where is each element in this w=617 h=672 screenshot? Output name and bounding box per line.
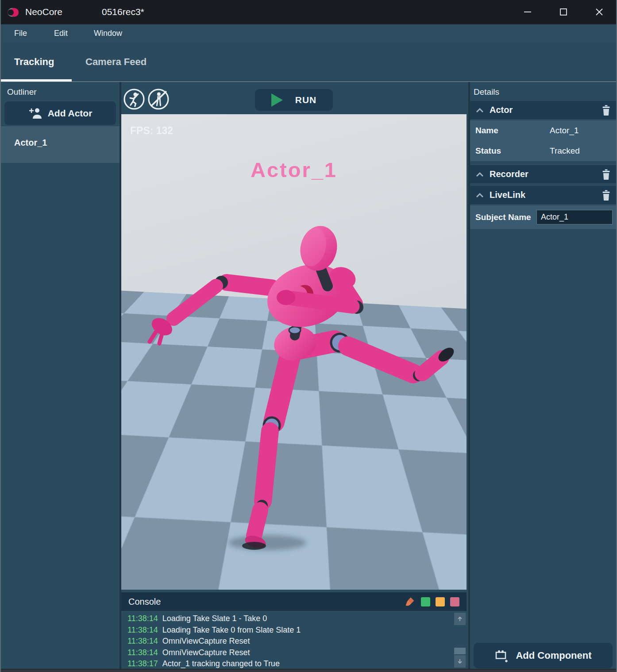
subject-name-input[interactable] (536, 210, 613, 224)
trash-icon (602, 105, 611, 116)
active-tab-underline (1, 79, 72, 81)
tab-tracking-label: Tracking (14, 56, 54, 68)
add-component-button[interactable]: Add Component (474, 643, 613, 668)
section-actor-title: Actor (490, 105, 513, 115)
console-log-entry: 11:38:17 Actor_1 tracking changed to Tru… (127, 658, 449, 669)
console-filter-warning[interactable] (436, 597, 445, 606)
property-row-name: Name Actor_1 (470, 120, 616, 141)
property-value: Tracked (550, 146, 580, 156)
menu-window[interactable]: Window (91, 24, 125, 42)
viewport-toolbar: RUN (121, 82, 467, 114)
run-label: RUN (295, 95, 317, 105)
delete-actor-component-button[interactable] (602, 105, 611, 116)
section-recorder-header: Recorder (470, 165, 616, 183)
console-log-entry: 11:38:14 OmniViewCapture Reset (127, 636, 449, 647)
minimize-button[interactable] (517, 3, 538, 21)
details-title: Details (474, 87, 499, 97)
console-filter-error[interactable] (450, 597, 459, 606)
log-time: 11:38:14 (127, 636, 158, 647)
hide-video-toggle[interactable] (147, 88, 170, 110)
add-actor-button[interactable]: Add Actor (4, 101, 116, 125)
log-message: Loading Take Slate 1 - Take 0 (162, 613, 267, 625)
tab-camera-feed[interactable]: Camera Feed (83, 42, 149, 81)
outliner-title: Outliner (7, 87, 37, 97)
console-header: Console (121, 592, 467, 611)
console-filter-info[interactable] (421, 597, 430, 606)
details-panel: Details Actor Name Actor_1 Status (470, 82, 616, 669)
add-actor-label: Add Actor (48, 108, 93, 119)
actor-properties: Name Actor_1 Status Tracked (470, 120, 616, 161)
tab-camera-feed-label: Camera Feed (85, 56, 147, 68)
console-panel: Console 11:38:14 Loading Take Slate 1 - … (121, 592, 467, 669)
title-bar: NeoCore 0516rec3* (1, 0, 616, 24)
log-message: OmniViewCapture Reset (162, 636, 250, 647)
property-row-status: Status Tracked (470, 141, 616, 161)
trash-icon (602, 190, 611, 201)
neocore-logo-icon (7, 6, 20, 19)
maximize-icon (559, 7, 568, 17)
outliner-panel: Outliner Add Actor Actor_1 (1, 82, 120, 669)
scroll-up-button[interactable] (454, 613, 466, 625)
section-livelink-title: LiveLink (490, 190, 525, 200)
log-message: OmniViewCapture Reset (162, 647, 250, 659)
app-window: NeoCore 0516rec3* File Edit Window Track… (0, 0, 617, 672)
add-component-icon (494, 649, 509, 662)
console-log-entry: 11:38:14 Loading Take Take 0 from Slate … (127, 625, 449, 636)
console-scrollbar (454, 613, 466, 668)
log-time: 11:38:14 (127, 647, 158, 659)
console-log-list[interactable]: 11:38:14 Loading Take Slate 1 - Take 0 1… (121, 611, 467, 669)
collapse-recorder-chevron-icon[interactable] (475, 171, 484, 178)
subject-name-row: Subject Name (470, 205, 616, 229)
section-recorder-title: Recorder (490, 169, 528, 179)
property-label: Name (475, 126, 498, 135)
run-button[interactable]: RUN (255, 89, 333, 111)
console-title: Console (128, 597, 161, 607)
close-button[interactable] (589, 3, 609, 21)
console-log-entry: 11:38:14 OmniViewCapture Reset (127, 647, 449, 659)
scroll-down-button[interactable] (454, 655, 466, 668)
outliner-actor-item[interactable]: Actor_1 (1, 126, 120, 163)
minimize-icon (523, 7, 532, 17)
menu-bar: File Edit Window (1, 24, 616, 42)
app-name: NeoCore (25, 7, 62, 17)
add-person-icon (28, 107, 42, 120)
trash-icon (602, 169, 611, 180)
visibility-toggles (123, 88, 170, 110)
collapse-actor-chevron-icon[interactable] (475, 107, 484, 113)
tab-tracking[interactable]: Tracking (1, 42, 72, 81)
delete-livelink-component-button[interactable] (602, 190, 611, 201)
log-message: Loading Take Take 0 from Slate Slate 1 (162, 625, 301, 636)
center-column: RUN (121, 82, 467, 669)
scrollbar-thumb[interactable] (454, 648, 466, 654)
arrow-up-icon (457, 616, 463, 622)
log-message: Actor_1 tracking changed to True (162, 658, 280, 669)
fps-counter: FPS: 132 (130, 125, 173, 137)
outliner-actor-name: Actor_1 (14, 138, 47, 148)
property-label: Status (475, 146, 501, 156)
arrow-down-icon (457, 658, 463, 664)
collapse-livelink-chevron-icon[interactable] (475, 192, 484, 198)
play-icon (271, 93, 283, 107)
clear-console-broom-icon[interactable] (405, 596, 416, 607)
viewport-actor-label: Actor_1 (121, 158, 467, 182)
section-livelink-header: LiveLink (470, 186, 616, 204)
document-title: 0516rec3* (102, 7, 144, 17)
log-time: 11:38:14 (127, 613, 158, 625)
menu-file[interactable]: File (12, 24, 30, 42)
show-actors-toggle[interactable] (123, 88, 145, 110)
console-log-entry: 11:38:14 Loading Take Slate 1 - Take 0 (127, 613, 449, 625)
subject-name-label: Subject Name (475, 212, 531, 222)
delete-recorder-component-button[interactable] (602, 169, 611, 180)
log-time: 11:38:17 (127, 658, 158, 669)
section-actor-header: Actor (470, 101, 616, 119)
menu-edit[interactable]: Edit (51, 24, 70, 42)
tab-bar: Tracking Camera Feed (1, 42, 616, 82)
floor-checkerboard (121, 289, 467, 590)
console-controls (405, 596, 459, 607)
property-value: Actor_1 (550, 126, 578, 135)
add-component-label: Add Component (516, 650, 591, 661)
log-time: 11:38:14 (127, 625, 158, 636)
tracking-viewport[interactable]: FPS: 132 Actor_1 (121, 114, 467, 590)
maximize-button[interactable] (553, 3, 574, 21)
close-icon (594, 7, 604, 17)
